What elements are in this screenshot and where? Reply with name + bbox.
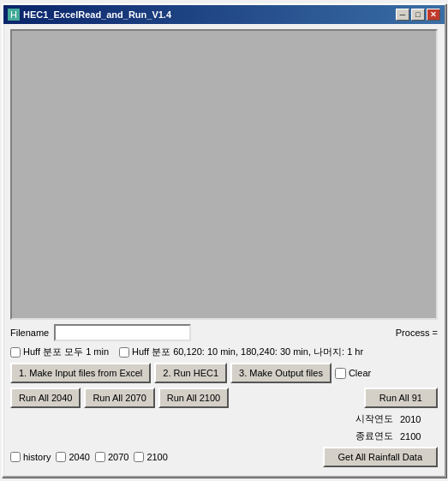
end-year-value: 2100	[400, 431, 434, 442]
history-checkbox[interactable]	[10, 452, 21, 462]
start-year-row: 시작연도 2010	[10, 412, 438, 425]
2040-checkbox-item: 2040	[56, 452, 89, 462]
history-label: history	[23, 452, 51, 462]
content-area: Filename Process = Huff 분포 모두 1 min Huff…	[3, 24, 445, 476]
minimize-button[interactable]: ─	[396, 9, 409, 21]
end-year-row: 종료연도 2100	[10, 430, 438, 442]
2100-label: 2100	[146, 452, 167, 462]
main-window: H HEC1_ExcelRead_and_Run_V1.4 ─ □ ✕ File…	[2, 3, 446, 478]
preview-area	[10, 29, 438, 320]
make-output-button[interactable]: 3. Make Output files	[230, 363, 332, 383]
run-all-2100-button[interactable]: Run All 2100	[158, 388, 229, 408]
2070-checkbox-item: 2070	[95, 452, 128, 462]
main-buttons-row: 1. Make Input files from Excel 2. Run HE…	[10, 363, 438, 383]
app-icon: H	[8, 9, 20, 21]
start-year-label: 시작연도	[355, 412, 393, 425]
clear-checkbox-item: Clear	[335, 368, 371, 379]
get-rainfall-button[interactable]: Get All Rainfall Data	[323, 447, 438, 467]
title-buttons: ─ □ ✕	[396, 9, 440, 21]
filename-input[interactable]	[54, 324, 191, 341]
run-all-2070-button[interactable]: Run All 2070	[84, 388, 154, 408]
2070-label: 2070	[108, 452, 128, 462]
run-hec1-button[interactable]: 2. Run HEC1	[154, 363, 227, 383]
huff2-label: Huff 분포 60,120: 10 min, 180,240: 30 min,…	[132, 346, 363, 358]
bottom-row: history 2040 2070 2100 Get All Rainfall …	[10, 447, 438, 471]
2070-checkbox[interactable]	[95, 452, 105, 462]
run-all-91-button[interactable]: Run All 91	[364, 388, 438, 408]
clear-checkbox[interactable]	[335, 368, 346, 379]
history-checkbox-item: history	[10, 452, 51, 462]
2040-checkbox[interactable]	[56, 452, 66, 462]
huff2-checkbox-item: Huff 분포 60,120: 10 min, 180,240: 30 min,…	[119, 346, 363, 358]
huff1-checkbox-item: Huff 분포 모두 1 min	[10, 346, 109, 358]
huff2-checkbox[interactable]	[119, 347, 129, 358]
start-year-value: 2010	[400, 414, 434, 424]
maximize-button[interactable]: □	[411, 9, 425, 21]
process-label: Process =	[396, 328, 438, 338]
checkbox-row: Huff 분포 모두 1 min Huff 분포 60,120: 10 min,…	[10, 346, 438, 358]
huff1-checkbox[interactable]	[10, 347, 21, 358]
clear-label: Clear	[349, 368, 371, 378]
bottom-checkboxes: history 2040 2070 2100	[10, 452, 168, 462]
filename-label: Filename	[10, 328, 49, 338]
filename-row: Filename Process =	[10, 324, 438, 341]
close-button[interactable]: ✕	[427, 9, 440, 21]
2100-checkbox[interactable]	[134, 452, 144, 462]
end-year-label: 종료연도	[355, 430, 393, 442]
2100-checkbox-item: 2100	[134, 452, 167, 462]
huff1-label: Huff 분포 모두 1 min	[23, 346, 109, 358]
2040-label: 2040	[69, 452, 89, 462]
make-input-button[interactable]: 1. Make Input files from Excel	[10, 363, 151, 383]
title-bar-left: H HEC1_ExcelRead_and_Run_V1.4	[8, 9, 171, 21]
title-bar: H HEC1_ExcelRead_and_Run_V1.4 ─ □ ✕	[3, 5, 445, 24]
run-all-2040-button[interactable]: Run All 2040	[10, 388, 81, 408]
window-title: HEC1_ExcelRead_and_Run_V1.4	[23, 9, 171, 20]
run-row: Run All 2040 Run All 2070 Run All 2100 R…	[10, 388, 438, 408]
